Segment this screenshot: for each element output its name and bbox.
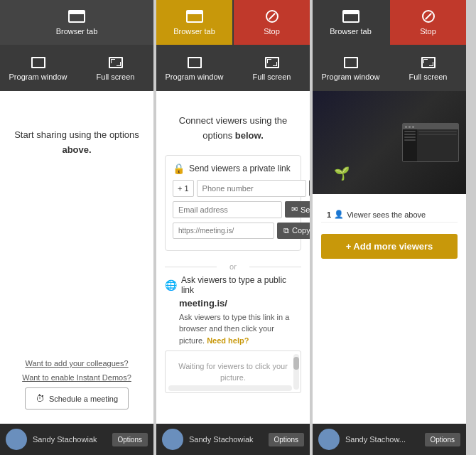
- fullscreen-label-1: Full screen: [97, 73, 135, 81]
- scroll-thumb: [293, 357, 299, 370]
- fullscreen-icon-2: [265, 57, 279, 68]
- stop-label-2: Stop: [264, 27, 280, 36]
- send-phone-btn[interactable]: ▶ Send: [309, 180, 310, 196]
- viewer-count-bar: 1 👤 Viewer sees the above: [321, 207, 458, 223]
- stop-label-3: Stop: [420, 27, 436, 36]
- dot-3: [412, 126, 414, 128]
- dot-1: [405, 126, 407, 128]
- or-divider: or: [165, 262, 301, 271]
- browser-icon-1: [68, 10, 85, 23]
- public-desc: Ask viewers to type this link in a brows…: [179, 311, 301, 347]
- program-window-btn-2[interactable]: Program window: [156, 46, 232, 91]
- plant-decoration: 🌱: [334, 166, 348, 187]
- top-grid-2: Browser tab Stop Program window Full scr…: [156, 0, 310, 91]
- clock-icon: ⏱: [36, 393, 45, 404]
- url-row: ⧉ Copy: [173, 223, 293, 239]
- avatar-1: [6, 429, 27, 450]
- browser-tab-btn-3[interactable]: Browser tab: [313, 0, 389, 45]
- footer-name-2: Sandy Stachowiak: [189, 435, 263, 444]
- viewer-wait-box: Waiting for viewers to click your pictur…: [165, 350, 301, 393]
- window-icon-2: [188, 57, 202, 68]
- fullscreen-btn-2[interactable]: Full screen: [234, 46, 310, 91]
- screen-preview: 🌱: [313, 91, 466, 194]
- connect-message: Connect viewers using the options below.: [165, 114, 301, 144]
- panel-1-body: Start sharing using the options above. W…: [0, 91, 153, 424]
- footer-name-1: Sandy Stachowiak: [33, 435, 107, 444]
- stop-btn-2[interactable]: Stop: [234, 0, 310, 45]
- options-btn-3[interactable]: Options: [425, 433, 460, 446]
- add-viewers-btn[interactable]: + Add more viewers: [321, 234, 458, 259]
- program-window-btn-1[interactable]: Program window: [0, 46, 76, 91]
- screen-main: [417, 129, 458, 161]
- panel-2: Browser tab Stop Program window Full scr…: [156, 0, 310, 455]
- need-help-link[interactable]: Need help?: [207, 336, 249, 345]
- fullscreen-icon-3: [421, 57, 436, 68]
- browser-tab-btn-2[interactable]: Browser tab: [156, 0, 232, 45]
- copy-btn[interactable]: ⧉ Copy: [277, 223, 310, 239]
- browser-icon-2: [186, 10, 203, 23]
- fullscreen-label-3: Full screen: [409, 73, 448, 81]
- stop-btn-3[interactable]: Stop: [390, 0, 466, 45]
- add-colleagues-link[interactable]: Want to add your colleagues?: [25, 359, 128, 368]
- preview-inner: 🌱: [313, 91, 466, 194]
- panel-3: Browser tab Stop Program window Full scr…: [313, 0, 466, 455]
- fullscreen-btn-1[interactable]: Full screen: [77, 46, 153, 91]
- envelope-icon: ✉: [291, 205, 298, 214]
- fullscreen-icon-1: [109, 57, 123, 68]
- fullscreen-label-2: Full screen: [253, 73, 291, 81]
- line-1: [404, 131, 416, 132]
- top-grid-1: Browser tab Program window Full screen: [0, 0, 153, 91]
- preview-screen: [402, 123, 459, 162]
- email-row: ✉ Send: [173, 201, 293, 218]
- browser-tab-label-1: Browser tab: [56, 27, 98, 36]
- dot-2: [409, 126, 411, 128]
- globe-icon: 🌐: [165, 279, 177, 291]
- line-4: [404, 139, 416, 141]
- browser-icon-3: [342, 10, 359, 23]
- footer-1: Sandy Stachowiak Options: [0, 424, 153, 455]
- stop-icon-3: [422, 10, 435, 23]
- screen-content: [403, 129, 458, 161]
- avatar-3: [318, 429, 340, 450]
- screen-sidebar: [403, 129, 417, 161]
- footer-name-3: Sandy Stachow...: [345, 435, 419, 444]
- viewer-count: 1: [327, 210, 331, 219]
- private-link-title: 🔒 Send viewers a private link: [173, 163, 293, 174]
- scrollbar-horizontal[interactable]: [168, 385, 292, 391]
- options-btn-2[interactable]: Options: [269, 433, 304, 446]
- main-line-2: [418, 134, 457, 135]
- public-url: meeting.is/: [179, 298, 301, 309]
- options-btn-1[interactable]: Options: [112, 433, 148, 446]
- email-input[interactable]: [173, 201, 282, 218]
- instant-demos-link[interactable]: Want to enable Instant Demos?: [22, 373, 131, 382]
- line-2: [404, 134, 416, 135]
- private-link-section: 🔒 Send viewers a private link + 1 ▶ Send…: [165, 155, 301, 251]
- scrollbar-vertical[interactable]: [293, 354, 299, 390]
- viewer-label: Viewer sees the above: [347, 210, 426, 219]
- window-icon-1: [31, 57, 45, 68]
- avatar-2: [162, 429, 183, 450]
- panel-1-bottom: Want to add your colleagues? Want to ena…: [9, 359, 145, 415]
- send-email-btn[interactable]: ✉ Send: [285, 201, 310, 218]
- program-window-label-3: Program window: [322, 73, 380, 81]
- copy-icon: ⧉: [283, 226, 289, 235]
- browser-tab-label-2: Browser tab: [173, 27, 215, 36]
- line-3: [404, 136, 416, 138]
- schedule-meeting-btn[interactable]: ⏱ Schedule a meeting: [25, 387, 129, 410]
- program-window-label-2: Program window: [166, 73, 224, 81]
- public-link-title: 🌐 Ask viewers to type a public link: [165, 275, 301, 295]
- footer-2: Sandy Stachowiak Options: [156, 424, 310, 455]
- fullscreen-btn-3[interactable]: Full screen: [390, 46, 466, 91]
- browser-tab-btn-1[interactable]: Browser tab: [0, 0, 153, 45]
- browser-tab-label-3: Browser tab: [330, 27, 372, 36]
- panel-1: Browser tab Program window Full screen S…: [0, 0, 153, 455]
- phone-input[interactable]: [197, 180, 306, 197]
- main-line-1: [418, 131, 457, 132]
- url-input[interactable]: [173, 223, 274, 239]
- program-window-btn-3[interactable]: Program window: [313, 46, 389, 91]
- panel-2-body: Connect viewers using the options below.…: [156, 91, 310, 424]
- top-grid-3: Browser tab Stop Program window Full scr…: [313, 0, 466, 91]
- program-window-label-1: Program window: [9, 73, 67, 81]
- lock-icon: 🔒: [173, 163, 185, 174]
- public-link-section: 🌐 Ask viewers to type a public link meet…: [165, 275, 301, 394]
